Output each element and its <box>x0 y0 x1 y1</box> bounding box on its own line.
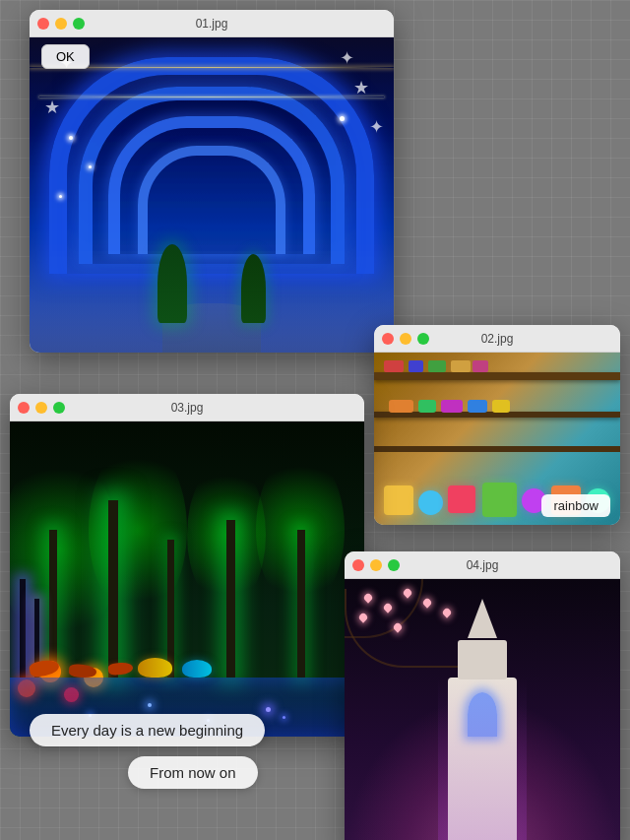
light-dot <box>89 165 92 168</box>
close-button-02[interactable] <box>382 333 394 345</box>
church-window <box>468 692 497 737</box>
maximize-button-02[interactable] <box>417 333 429 345</box>
window-controls-01 <box>37 18 85 30</box>
close-button-01[interactable] <box>37 18 49 30</box>
window-title-03: 03.jpg <box>171 401 204 415</box>
maximize-button-03[interactable] <box>53 402 65 414</box>
titlebar-02: 02.jpg <box>374 325 620 353</box>
maximize-button-01[interactable] <box>73 18 85 30</box>
window-title-02: 02.jpg <box>481 332 514 346</box>
window-02: 02.jpg rainbow <box>374 325 620 525</box>
star-decoration: ★ <box>353 77 369 98</box>
star-decoration: ✦ <box>369 116 384 138</box>
light-dot <box>266 707 271 712</box>
titlebar-01: 01.jpg <box>30 10 394 37</box>
light-dot <box>59 195 62 198</box>
window-controls-02 <box>382 333 429 345</box>
image-area-01: ✦ ✦ ★ ★ ✦ <box>30 37 394 353</box>
titlebar-03: 03.jpg <box>10 394 364 421</box>
image-area-03 <box>10 421 364 737</box>
maximize-button-04[interactable] <box>388 559 400 571</box>
titlebar-04: 04.jpg <box>345 551 620 579</box>
light-dot <box>148 703 152 707</box>
star-decoration: ✦ <box>340 47 354 69</box>
everyday-label: Every day is a new beginning <box>30 714 265 746</box>
church-spire <box>468 599 497 638</box>
window-controls-04 <box>352 559 400 571</box>
minimize-button-01[interactable] <box>55 18 67 30</box>
church-tower-top <box>458 640 507 679</box>
window-controls-03 <box>18 402 65 414</box>
window-03: 03.jpg <box>10 394 364 737</box>
light-dot <box>69 136 73 140</box>
window-title-01: 01.jpg <box>196 17 228 31</box>
window-title-04: 04.jpg <box>467 558 499 572</box>
close-button-04[interactable] <box>352 559 364 571</box>
rainbow-tag: rainbow <box>541 494 610 517</box>
window-04: 04.jpg <box>345 551 620 840</box>
star-decoration: ★ <box>44 97 60 118</box>
light-dot <box>340 116 345 121</box>
light-dot <box>283 716 285 719</box>
minimize-button-02[interactable] <box>400 333 411 345</box>
image-area-02: rainbow <box>374 353 620 525</box>
minimize-button-04[interactable] <box>370 559 382 571</box>
image-area-04 <box>345 579 620 840</box>
close-button-03[interactable] <box>18 402 30 414</box>
ok-button[interactable]: OK <box>41 44 90 69</box>
minimize-button-03[interactable] <box>35 402 47 414</box>
fromnow-label: From now on <box>128 756 258 789</box>
